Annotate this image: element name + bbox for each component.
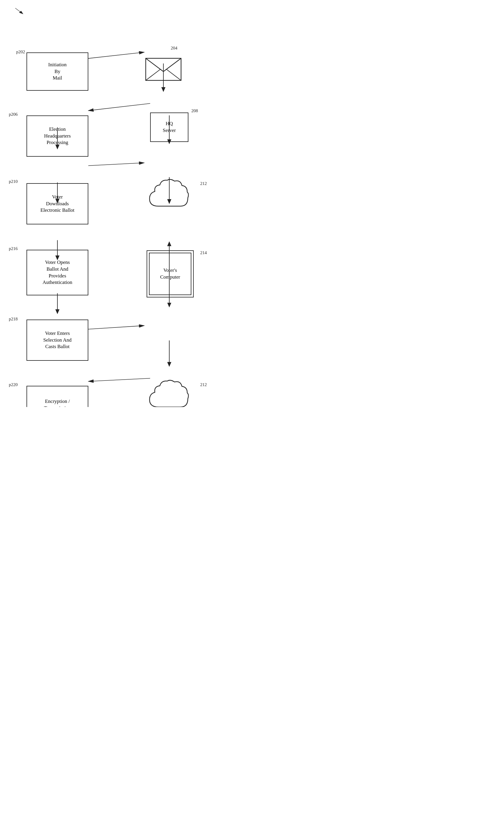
voters-computer-text: Voter'sComputer [160, 267, 180, 281]
label-208a: 208 [191, 108, 198, 113]
box-encryption: Encryption /Transmission [26, 386, 88, 407]
hq-server-text: HQServer [163, 120, 176, 134]
svg-line-21 [88, 378, 150, 381]
svg-rect-0 [146, 58, 181, 80]
svg-line-19 [88, 326, 144, 329]
svg-line-10 [88, 103, 150, 110]
box-hq-server-1: HQServer [150, 112, 188, 142]
label-p220: p220 [9, 382, 18, 387]
box-voter-downloads: VoterDownloadsElectronic Ballot [26, 183, 88, 224]
voter-enters-text: Voter EntersSelection AndCasts Ballot [43, 330, 72, 350]
label-p218: p218 [9, 316, 18, 321]
box-election-hq: ElectionHeadquartersProcessing [26, 115, 88, 157]
diagram: p202 InitiationByMail 204 p206 ElectionH… [0, 0, 252, 407]
label-214: 214 [200, 250, 207, 255]
label-p210: p210 [9, 179, 18, 184]
voter-opens-text: Voter OpensBallot AndProvidesAuthenticat… [42, 259, 72, 286]
svg-line-8 [88, 52, 144, 58]
svg-line-13 [88, 163, 144, 166]
box-voter-enters: Voter EntersSelection AndCasts Ballot [26, 319, 88, 361]
label-p202: p202 [16, 49, 25, 54]
svg-line-7 [15, 8, 23, 14]
voter-downloads-text: VoterDownloadsElectronic Ballot [40, 194, 74, 214]
envelope-204 [144, 49, 183, 88]
label-p206: p206 [9, 112, 18, 117]
election-text: ElectionHeadquartersProcessing [44, 126, 71, 146]
box-initiation: InitiationByMail [26, 52, 88, 91]
cloud-internet-1: Internet [144, 177, 194, 218]
label-p216: p216 [9, 246, 18, 251]
encryption-text: Encryption /Transmission [44, 398, 71, 407]
cloud-internet-2: Internet [144, 377, 194, 407]
label-212a: 212 [200, 181, 207, 186]
box-voter-opens: Voter OpensBallot AndProvidesAuthenticat… [26, 250, 88, 295]
label-212b: 212 [200, 382, 207, 387]
box-voters-computer: Voter'sComputer [147, 250, 194, 297]
initiation-text: InitiationByMail [48, 62, 67, 82]
